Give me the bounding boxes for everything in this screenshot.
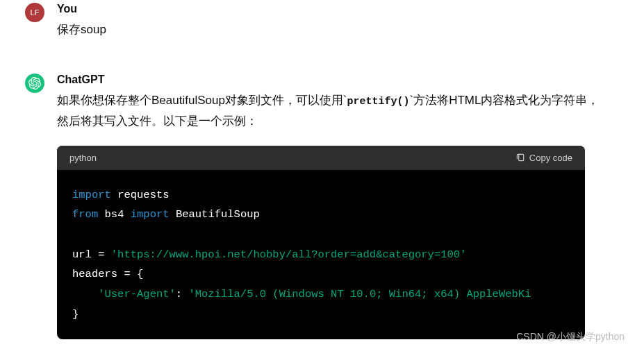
assistant-message-text: 如果你想保存整个BeautifulSoup对象到文件，可以使用`prettify… (57, 90, 602, 132)
code-language-label: python (69, 153, 97, 163)
assistant-message: ChatGPT 如果你想保存整个BeautifulSoup对象到文件，可以使用`… (0, 71, 644, 343)
assistant-name: ChatGPT (57, 74, 602, 86)
code-block: python Copy code import requests from bs… (57, 146, 585, 340)
chatgpt-logo-icon (28, 77, 41, 90)
avatar-initials: LF (31, 8, 40, 17)
user-content: You 保存soup (57, 3, 644, 40)
assistant-avatar (25, 74, 44, 93)
code-body[interactable]: import requests from bs4 import Beautifu… (57, 170, 585, 340)
inline-code: prettify() (347, 96, 410, 108)
svg-rect-0 (519, 155, 524, 161)
user-avatar: LF (25, 3, 44, 22)
user-message-text: 保存soup (57, 19, 602, 40)
text-part-1: 如果你想保存整个BeautifulSoup对象到文件，可以使用` (57, 94, 347, 107)
copy-code-label: Copy code (529, 153, 572, 163)
user-name: You (57, 3, 602, 15)
code-header: python Copy code (57, 146, 585, 170)
assistant-content: ChatGPT 如果你想保存整个BeautifulSoup对象到文件，可以使用`… (57, 74, 644, 340)
copy-code-button[interactable]: Copy code (515, 153, 572, 163)
clipboard-icon (515, 153, 525, 162)
user-message: LF You 保存soup (0, 0, 644, 43)
